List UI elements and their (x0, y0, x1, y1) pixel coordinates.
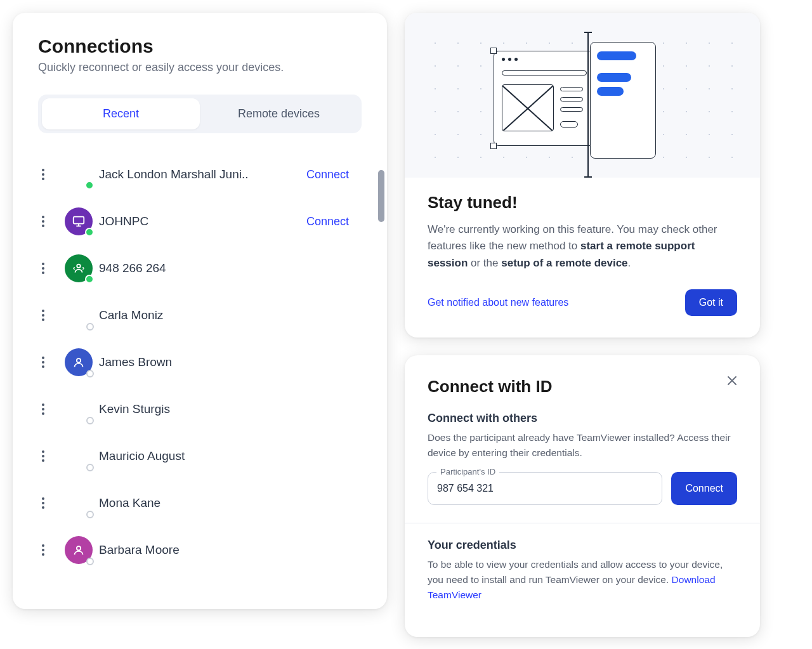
avatar (65, 161, 93, 188)
list-item[interactable]: Mona Kane (36, 480, 364, 527)
more-icon[interactable] (36, 214, 51, 229)
avatar (65, 348, 93, 376)
connection-name: James Brown (99, 355, 364, 369)
more-icon[interactable] (36, 542, 51, 558)
connect-others-heading: Connect with others (428, 412, 737, 425)
connection-name: Mona Kane (99, 496, 364, 510)
more-icon[interactable] (36, 355, 51, 370)
more-icon[interactable] (36, 495, 51, 511)
status-online-icon (85, 275, 94, 284)
connect-with-id-panel: Connect with ID Connect with others Does… (405, 355, 760, 637)
status-offline-icon (86, 370, 94, 377)
got-it-button[interactable]: Got it (685, 289, 737, 316)
status-offline-icon (86, 417, 94, 424)
more-icon[interactable] (36, 449, 51, 464)
connections-tabs: Recent Remote devices (38, 95, 362, 133)
status-online-icon (85, 181, 94, 190)
avatar (65, 395, 93, 423)
status-offline-icon (86, 558, 94, 565)
tab-remote-devices[interactable]: Remote devices (200, 98, 358, 129)
your-credentials-heading: Your credentials (428, 539, 737, 552)
connections-list: Jack London Marshall Juni.. Connect JOHN… (13, 151, 387, 574)
connection-name: Carla Moniz (99, 308, 364, 322)
connect-button[interactable]: Connect (306, 215, 349, 228)
stay-tuned-panel: Stay tuned! We're currently working on t… (405, 13, 760, 338)
avatar (65, 207, 93, 235)
connection-name: Jack London Marshall Juni.. (99, 167, 306, 181)
status-online-icon (85, 228, 94, 237)
status-offline-icon (86, 511, 94, 518)
connection-name: Mauricio August (99, 449, 364, 463)
connection-name: 948 266 264 (99, 261, 364, 275)
list-item[interactable]: Kevin Sturgis (36, 386, 364, 433)
avatar (65, 254, 93, 282)
list-item[interactable]: Mauricio August (36, 433, 364, 480)
svg-point-2 (77, 358, 81, 362)
notify-link[interactable]: Get notified about new features (428, 297, 568, 308)
divider (405, 523, 760, 523)
list-item[interactable]: Jack London Marshall Juni.. Connect (36, 151, 364, 198)
stay-tuned-title: Stay tuned! (428, 193, 737, 213)
participant-id-input[interactable] (428, 472, 662, 505)
svg-rect-0 (74, 217, 84, 224)
svg-point-1 (77, 265, 81, 268)
connection-name: Kevin Sturgis (99, 402, 364, 416)
connect-button[interactable]: Connect (671, 472, 737, 505)
list-item[interactable]: James Brown (36, 339, 364, 386)
close-icon[interactable] (724, 373, 742, 391)
tab-recent[interactable]: Recent (42, 98, 200, 129)
connect-others-text: Does the participant already have TeamVi… (428, 430, 737, 461)
status-offline-icon (86, 464, 94, 471)
avatar (65, 489, 93, 517)
list-item[interactable]: Carla Moniz (36, 292, 364, 339)
svg-point-3 (77, 546, 81, 550)
more-icon[interactable] (36, 308, 51, 323)
more-icon[interactable] (36, 261, 51, 276)
connection-name: Barbara Moore (99, 543, 364, 557)
connect-button[interactable]: Connect (306, 168, 349, 181)
your-credentials-text: To be able to view your credentials and … (428, 557, 737, 603)
participant-id-label: Participant's ID (436, 467, 499, 476)
connections-title: Connections (38, 36, 362, 57)
status-offline-icon (86, 323, 94, 331)
scrollbar-thumb[interactable] (378, 170, 384, 222)
avatar (65, 536, 93, 564)
list-item[interactable]: JOHNPC Connect (36, 198, 364, 245)
avatar (65, 301, 93, 329)
stay-tuned-text: We're currently working on this feature.… (428, 221, 737, 272)
more-icon[interactable] (36, 402, 51, 417)
list-item[interactable]: 948 266 264 (36, 245, 364, 292)
connection-name: JOHNPC (99, 214, 306, 228)
connections-panel: Connections Quickly reconnect or easily … (13, 13, 387, 609)
avatar (65, 442, 93, 470)
connect-id-title: Connect with ID (428, 377, 737, 397)
connections-subtitle: Quickly reconnect or easily access your … (38, 61, 362, 74)
list-item[interactable]: Barbara Moore (36, 527, 364, 574)
feature-illustration (405, 13, 760, 178)
more-icon[interactable] (36, 167, 51, 182)
